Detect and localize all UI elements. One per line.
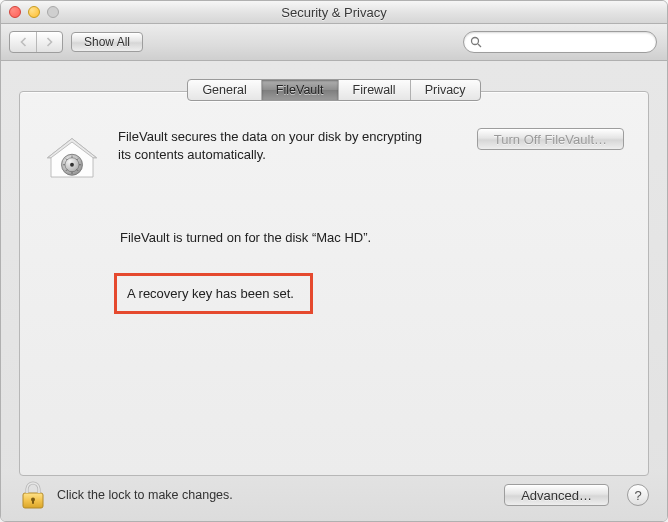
svg-rect-15 (32, 500, 34, 504)
recovery-key-text: A recovery key has been set. (127, 286, 294, 301)
footer: Click the lock to make changes. Advanced… (1, 469, 667, 521)
forward-button[interactable] (36, 32, 62, 52)
lock-icon[interactable] (19, 479, 47, 511)
turn-off-filevault-button[interactable]: Turn Off FileVault… (477, 128, 624, 150)
tab-general[interactable]: General (188, 80, 260, 100)
filevault-status: FileVault is turned on for the disk “Mac… (20, 184, 648, 257)
help-button[interactable]: ? (627, 484, 649, 506)
lock-hint-text: Click the lock to make changes. (57, 488, 494, 502)
filevault-icon (44, 128, 100, 184)
recovery-key-highlight: A recovery key has been set. (114, 273, 313, 314)
svg-point-12 (70, 163, 74, 167)
search-icon (470, 36, 482, 48)
tabs: General FileVault Firewall Privacy (187, 79, 480, 101)
back-button[interactable] (10, 32, 36, 52)
chevron-left-icon (19, 37, 28, 47)
tab-privacy[interactable]: Privacy (410, 80, 480, 100)
chevron-right-icon (45, 37, 54, 47)
filevault-panel: FileVault secures the data on your disk … (19, 91, 649, 476)
search-wrap (463, 31, 657, 53)
svg-point-0 (472, 38, 479, 45)
preferences-window: Security & Privacy Show All General File… (0, 0, 668, 522)
svg-line-1 (478, 44, 481, 47)
filevault-description: FileVault secures the data on your disk … (118, 128, 441, 163)
tab-firewall[interactable]: Firewall (338, 80, 410, 100)
nav-segmented (9, 31, 63, 53)
content-area: General FileVault Firewall Privacy (1, 61, 667, 521)
tab-filevault[interactable]: FileVault (261, 80, 338, 100)
toolbar: Show All (1, 24, 667, 61)
advanced-button[interactable]: Advanced… (504, 484, 609, 506)
show-all-button[interactable]: Show All (71, 32, 143, 52)
search-input[interactable] (463, 31, 657, 53)
titlebar: Security & Privacy (1, 1, 667, 24)
window-title: Security & Privacy (1, 5, 667, 20)
